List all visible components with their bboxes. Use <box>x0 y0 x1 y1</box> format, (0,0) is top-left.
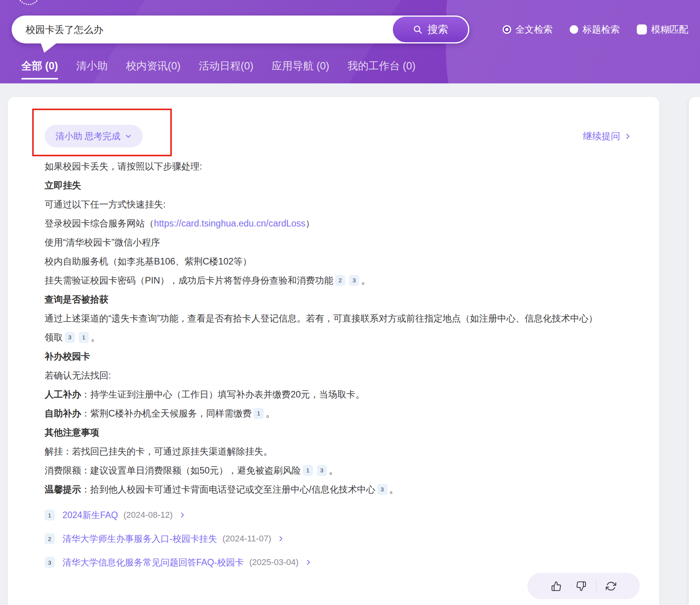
reference-row[interactable]: 2清华大学师生办事服务入口-校园卡挂失(2024-11-07) <box>45 531 631 546</box>
body-text: 登录校园卡综合服务网站（ <box>45 218 154 228</box>
tab-清小助[interactable]: 清小助 <box>76 58 108 74</box>
bold-text: 温馨提示 <box>45 484 81 494</box>
answer-line: 补办校园卡 <box>45 347 631 366</box>
body-text: 。 <box>389 484 399 494</box>
search-options: 全文检索标题检索模糊匹配 <box>503 16 688 43</box>
bold-text: 自助补办 <box>45 408 81 418</box>
radio-icon <box>570 25 578 34</box>
continue-asking-label: 继续提问 <box>583 130 620 142</box>
answer-line: 校内自助服务机（如李兆基B106、紫荆C楼102等） <box>45 252 631 271</box>
bold-text: 其他注意事项 <box>45 427 99 437</box>
checkbox-icon <box>637 24 647 35</box>
body-text: 使用“清华校园卡”微信小程序 <box>45 237 160 247</box>
bold-text: 人工补办 <box>45 389 81 399</box>
answer-line: 立即挂失 <box>45 176 631 195</box>
chevron-right-icon <box>277 535 284 542</box>
answer-line: 查询是否被拾获 <box>45 290 631 309</box>
search-option-标题检索[interactable]: 标题检索 <box>570 23 620 36</box>
tab-我的工作台0[interactable]: 我的工作台 (0) <box>347 58 416 74</box>
body-text: 。 <box>361 275 370 285</box>
citation-badge[interactable]: 3 <box>65 332 75 343</box>
continue-asking-link[interactable]: 继续提问 <box>583 130 631 142</box>
reference-row[interactable]: 12024新生FAQ(2024-08-12) <box>45 507 631 523</box>
answer-line: 温馨提示：拾到他人校园卡可通过卡背面电话登记或交至注册中心/信息化技术中心3。 <box>45 480 631 499</box>
bold-text: 补办校园卡 <box>45 351 90 361</box>
reference-row[interactable]: 3清华大学信息化服务常见问题回答FAQ-校园卡(2025-03-04) <box>45 555 631 570</box>
answer-line: 挂失需验证校园卡密码（PIN），成功后卡片将暂停身份查验和消费功能23。 <box>45 271 631 290</box>
reference-date: (2024-08-12) <box>123 510 173 520</box>
search-option-label: 标题检索 <box>582 23 620 36</box>
citation-badge[interactable]: 1 <box>254 408 264 419</box>
body-text: 解挂：若找回已挂失的卡，可通过原挂失渠道解除挂失。 <box>45 446 273 456</box>
answer-line: 如果校园卡丢失，请按照以下步骤处理: <box>45 157 631 176</box>
body-text: 如果校园卡丢失，请按照以下步骤处理: <box>45 161 202 171</box>
citation-badge[interactable]: 1 <box>303 465 313 476</box>
citation-badge[interactable]: 3 <box>377 484 387 495</box>
answer-line: 登录校园卡综合服务网站（https://card.tsinghua.edu.cn… <box>45 214 631 233</box>
answer-line: 领取31。 <box>45 328 631 347</box>
answer-line: 可通过以下任一方式快速挂失: <box>45 195 631 214</box>
answer-line: 消费限额：建议设置单日消费限额（如50元），避免被盗刷风险13。 <box>45 461 631 480</box>
body-text: 挂失需验证校园卡密码（PIN），成功后卡片将暂停身份查验和消费功能 <box>45 275 333 285</box>
body-text: 可通过以下任一方式快速挂失: <box>45 199 166 209</box>
radio-icon <box>503 25 511 34</box>
search-bar: 搜索 <box>12 16 469 43</box>
body-text: 。 <box>329 465 338 475</box>
reference-title-link[interactable]: 2024新生FAQ <box>62 509 118 521</box>
citation-badge[interactable]: 3 <box>349 275 359 286</box>
search-bar-tail <box>40 42 58 53</box>
answer-line: 人工补办：持学生证到注册中心（工作日）填写补办表并缴费20元，当场取卡。 <box>45 385 631 404</box>
answer-body: 如果校园卡丢失，请按照以下步骤处理:立即挂失可通过以下任一方式快速挂失:登录校园… <box>45 157 631 499</box>
answer-actions <box>527 573 640 599</box>
citation-badge[interactable]: 3 <box>317 465 327 476</box>
answer-line: 若确认无法找回: <box>45 366 631 385</box>
inline-link[interactable]: https://card.tsinghua.edu.cn/cardLoss <box>154 218 306 228</box>
search-button-label: 搜索 <box>427 22 448 36</box>
body-text: 若确认无法找回: <box>45 370 111 380</box>
body-text: 。 <box>266 408 275 418</box>
citation-badge[interactable]: 2 <box>335 275 345 286</box>
result-tabs: 全部 (0)清小助校内资讯(0)活动日程(0)应用导航 (0)我的工作台 (0) <box>21 58 416 74</box>
answer-line: 通过上述渠道的“遗失卡查询”功能，查看是否有拾卡人登记信息。若有，可直接联系对方… <box>45 309 631 328</box>
search-option-全文检索[interactable]: 全文检索 <box>503 23 553 36</box>
assistant-status-pill[interactable]: 清小助 思考完成 <box>45 125 143 147</box>
answer-card: 清小助 思考完成 继续提问 如果校园卡丢失，请按照以下步骤处理:立即挂失可通过以… <box>8 97 659 605</box>
tab-应用导航0[interactable]: 应用导航 (0) <box>272 58 330 74</box>
body-text: 消费限额：建议设置单日消费限额（如50元），避免被盗刷风险 <box>45 465 301 475</box>
citation-badge[interactable]: 1 <box>79 332 89 343</box>
reference-title-link[interactable]: 清华大学师生办事服务入口-校园卡挂失 <box>62 533 217 545</box>
chevron-right-icon <box>305 559 312 566</box>
search-button[interactable]: 搜索 <box>392 16 469 43</box>
reference-title-link[interactable]: 清华大学信息化服务常见问题回答FAQ-校园卡 <box>62 557 244 569</box>
answer-line: 解挂：若找回已挂失的卡，可通过原挂失渠道解除挂失。 <box>45 442 631 461</box>
search-input[interactable] <box>25 24 448 36</box>
regenerate-button[interactable] <box>599 573 624 599</box>
thumbs-down-button[interactable] <box>569 573 594 599</box>
reference-number-badge: 1 <box>45 510 55 520</box>
body-text: ：紫荆C楼补办机全天候服务，同样需缴费 <box>81 408 252 418</box>
reference-number-badge: 3 <box>45 557 55 568</box>
reference-date: (2025-03-04) <box>249 557 299 567</box>
search-option-label: 模糊匹配 <box>651 23 688 36</box>
chevron-right-icon <box>179 512 186 519</box>
body-text: 领取 <box>45 332 63 342</box>
reference-list: 12024新生FAQ(2024-08-12)2清华大学师生办事服务入口-校园卡挂… <box>45 507 631 570</box>
answer-header-row: 清小助 思考完成 继续提问 <box>45 125 631 147</box>
tab-全部0[interactable]: 全部 (0) <box>21 58 58 74</box>
answer-line: 使用“清华校园卡”微信小程序 <box>45 233 631 252</box>
search-option-模糊匹配[interactable]: 模糊匹配 <box>637 23 688 36</box>
tab-活动日程0[interactable]: 活动日程(0) <box>199 58 254 74</box>
actions-divider <box>596 580 596 592</box>
answer-line: 其他注意事项 <box>45 423 631 442</box>
side-panel-sliver <box>689 97 700 605</box>
body-text: 。 <box>91 332 100 342</box>
bold-text: 立即挂失 <box>45 180 81 190</box>
page-header: 搜索 全文检索标题检索模糊匹配 全部 (0)清小助校内资讯(0)活动日程(0)应… <box>0 0 700 83</box>
tab-校内资讯0[interactable]: 校内资讯(0) <box>126 58 181 74</box>
thumbs-up-button[interactable] <box>544 573 569 599</box>
reference-number-badge: 2 <box>45 533 55 544</box>
search-option-label: 全文检索 <box>515 23 553 36</box>
thumbs-up-icon <box>551 581 562 591</box>
search-icon <box>413 24 423 35</box>
body-text: 通过上述渠道的“遗失卡查询”功能，查看是否有拾卡人登记信息。若有，可直接联系对方… <box>45 313 598 323</box>
